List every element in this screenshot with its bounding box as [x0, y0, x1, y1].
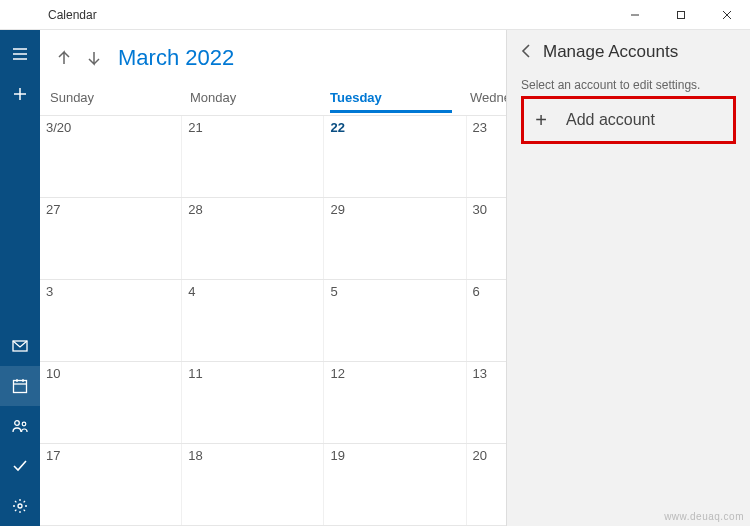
panel-title: Manage Accounts	[543, 42, 678, 62]
calendar-day-cell[interactable]: 17	[40, 444, 182, 525]
hamburger-menu-button[interactable]	[0, 34, 40, 74]
calendar-day-cell[interactable]: 18	[182, 444, 324, 525]
calendar-day-cell[interactable]: 5	[324, 280, 466, 361]
svg-point-14	[15, 421, 20, 426]
plus-icon: +	[530, 109, 552, 131]
month-year-label[interactable]: March 2022	[118, 45, 234, 71]
svg-point-16	[18, 504, 22, 508]
calendar-day-cell[interactable]: 27	[40, 198, 182, 279]
calendar-day-cell[interactable]: 22	[324, 116, 466, 197]
svg-rect-1	[678, 12, 685, 19]
calendar-day-cell[interactable]: 3	[40, 280, 182, 361]
calendar-day-cell[interactable]: 21	[182, 116, 324, 197]
day-header: Monday	[190, 86, 330, 115]
manage-accounts-panel: Manage Accounts Select an account to edi…	[506, 30, 750, 526]
close-button[interactable]	[704, 0, 750, 30]
svg-point-15	[22, 422, 26, 426]
day-header: Tuesday	[330, 86, 470, 115]
settings-icon[interactable]	[0, 486, 40, 526]
window-title: Calendar	[48, 8, 97, 22]
next-month-button[interactable]	[80, 38, 108, 78]
panel-subtitle: Select an account to edit settings.	[521, 78, 736, 92]
calendar-day-cell[interactable]: 29	[324, 198, 466, 279]
svg-rect-10	[14, 381, 27, 393]
new-event-button[interactable]	[0, 74, 40, 114]
mail-icon[interactable]	[0, 326, 40, 366]
prev-month-button[interactable]	[50, 38, 78, 78]
titlebar: Calendar	[0, 0, 750, 30]
people-icon[interactable]	[0, 406, 40, 446]
calendar-day-cell[interactable]: 4	[182, 280, 324, 361]
watermark: www.deuaq.com	[664, 511, 744, 522]
calendar-day-cell[interactable]: 11	[182, 362, 324, 443]
add-account-label: Add account	[566, 111, 655, 129]
calendar-day-cell[interactable]: 3/20	[40, 116, 182, 197]
todo-icon[interactable]	[0, 446, 40, 486]
calendar-icon[interactable]	[0, 366, 40, 406]
minimize-button[interactable]	[612, 0, 658, 30]
calendar-day-cell[interactable]: 12	[324, 362, 466, 443]
back-chevron-icon[interactable]	[521, 44, 531, 61]
calendar-day-cell[interactable]: 28	[182, 198, 324, 279]
calendar-day-cell[interactable]: 19	[324, 444, 466, 525]
day-header: Sunday	[50, 86, 190, 115]
window-controls	[612, 0, 750, 30]
maximize-button[interactable]	[658, 0, 704, 30]
add-account-button[interactable]: + Add account	[521, 96, 736, 144]
calendar-day-cell[interactable]: 10	[40, 362, 182, 443]
sidebar	[0, 30, 40, 526]
main-area: March 2022 Today Day SundayMondayTuesday…	[40, 30, 750, 526]
